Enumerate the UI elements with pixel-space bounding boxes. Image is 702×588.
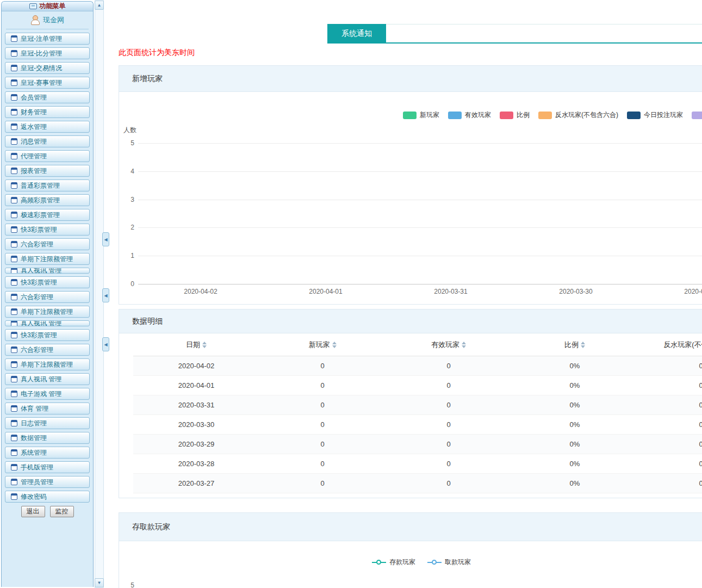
sidebar-item[interactable]: 报表管理: [5, 165, 90, 177]
sidebar-item[interactable]: 单期下注限额管理: [5, 306, 90, 318]
sidebar-item-label: 六合彩管理: [21, 240, 53, 249]
legend-item[interactable]: 比例: [500, 110, 530, 120]
sidebar-item-label: 消息管理: [21, 137, 47, 146]
gridline: [138, 256, 702, 256]
gridline: [138, 143, 702, 144]
y-tick-label: 0: [119, 280, 134, 288]
sidebar-item-label: 日志管理: [21, 419, 47, 428]
logout-button[interactable]: 退出: [21, 506, 45, 517]
sidebar-item-label: 六合彩管理: [21, 293, 53, 302]
y-tick-label: 1: [119, 252, 134, 259]
chart-y-axis-title: 人数: [123, 126, 136, 135]
sidebar-item[interactable]: 单期下注限额管理: [5, 358, 90, 370]
sidebar-item[interactable]: 电子游戏 管理: [5, 388, 90, 400]
sort-icon[interactable]: [462, 342, 466, 348]
menu-item-icon: [11, 212, 17, 218]
sidebar-item[interactable]: 高频彩票管理: [5, 194, 90, 206]
sidebar-item[interactable]: 六合彩管理: [5, 291, 90, 303]
sidebar-item[interactable]: 极速彩票管理: [5, 209, 90, 221]
monitor-button[interactable]: 监控: [50, 506, 74, 517]
gridline: [138, 171, 702, 172]
table-header-cell[interactable]: 反水玩家(不包含六合): [638, 340, 702, 350]
sidebar-item[interactable]: 真人视讯 管理: [5, 320, 90, 326]
table-header-label: 日期: [186, 340, 200, 350]
sidebar-item[interactable]: 财务管理: [5, 106, 90, 118]
sidebar-item[interactable]: 真人视讯 管理: [5, 373, 90, 385]
legend-label: 取款玩家: [445, 558, 471, 567]
table-cell: 2020-03-31: [133, 401, 259, 409]
table-header-cell[interactable]: 有效玩家: [386, 340, 512, 350]
table-header-cell[interactable]: 比例: [512, 340, 638, 350]
sidebar-item[interactable]: 代理管理: [5, 150, 90, 162]
menu-item-icon: [11, 153, 17, 159]
sidebar-item[interactable]: 返水管理: [5, 121, 90, 133]
sidebar-item[interactable]: 皇冠-比分管理: [5, 47, 90, 59]
sidebar-item[interactable]: 普通彩票管理: [5, 180, 90, 191]
legend-item[interactable]: 存款玩家: [372, 558, 415, 567]
sidebar-item[interactable]: 快3彩票管理: [5, 224, 90, 236]
scroll-up-arrow-icon[interactable]: ▲: [95, 1, 104, 10]
sidebar-item[interactable]: 皇冠-注单管理: [5, 33, 90, 45]
x-tick-label: 2020-03-31: [418, 288, 483, 295]
legend-item[interactable]: 新玩家: [403, 110, 439, 120]
legend-item[interactable]: 取款玩家: [427, 558, 471, 567]
sort-icon[interactable]: [332, 342, 337, 348]
legend-item[interactable]: 申: [692, 110, 702, 120]
legend-label: 存款玩家: [389, 558, 415, 567]
table-cell: 0%: [512, 381, 638, 389]
table-header-cell[interactable]: 日期: [133, 340, 259, 350]
sidebar-item-label: 极速彩票管理: [21, 211, 60, 220]
sidebar-item[interactable]: 手机版管理: [5, 461, 90, 473]
sort-icon[interactable]: [581, 342, 585, 348]
menu-item-icon: [11, 256, 17, 262]
sidebar-item[interactable]: 快3彩票管理: [5, 276, 90, 288]
sidebar-title: 功能菜单: [40, 2, 66, 11]
sidebar-item[interactable]: 数据管理: [5, 432, 90, 444]
menu-item-icon: [11, 65, 17, 71]
sort-down-arrow-icon: [581, 345, 585, 348]
sidebar-collapse-handle[interactable]: ◀: [102, 288, 109, 302]
legend-item[interactable]: 今日投注玩家: [627, 110, 683, 120]
sidebar-item[interactable]: 体育 管理: [5, 403, 90, 414]
menu-item-icon: [11, 79, 17, 86]
legend-label: 今日投注玩家: [644, 110, 683, 120]
table-header-cell[interactable]: 新玩家: [259, 340, 386, 350]
gridline: [138, 227, 702, 228]
legend-item[interactable]: 反水玩家(不包含六合): [538, 110, 618, 120]
table-header-label: 比例: [564, 340, 579, 350]
sidebar-item[interactable]: 真人视讯 管理: [5, 268, 90, 274]
panel-title: 存取款玩家: [119, 513, 702, 541]
sort-icon[interactable]: [202, 342, 207, 348]
sidebar-item[interactable]: 快3彩票管理: [5, 329, 90, 341]
sidebar-item[interactable]: 皇冠-交易情况: [5, 62, 90, 74]
sidebar-item[interactable]: 消息管理: [5, 135, 90, 147]
sidebar-item-label: 数据管理: [21, 434, 47, 443]
table-cell: 0: [259, 362, 386, 370]
sidebar-item-label: 代理管理: [21, 152, 47, 161]
sidebar-item[interactable]: 日志管理: [5, 417, 90, 429]
sidebar-item[interactable]: 会员管理: [5, 91, 90, 103]
user-label[interactable]: 现金网: [43, 15, 64, 25]
sidebar-collapse-handle[interactable]: ◀: [102, 232, 109, 246]
sidebar-item-label: 修改密码: [21, 492, 47, 502]
sidebar-item[interactable]: 六合彩管理: [5, 238, 90, 250]
sidebar-item-label: 高频彩票管理: [21, 196, 60, 205]
table-header-label: 反水玩家(不包含六合): [663, 340, 702, 350]
scroll-down-arrow-icon[interactable]: ▼: [95, 578, 104, 587]
menu-item-icon: [11, 308, 17, 315]
sidebar-collapse-handle[interactable]: ◀: [102, 337, 109, 351]
sidebar-item[interactable]: 单期下注限额管理: [5, 253, 90, 265]
x-tick-label: 2020-04-02: [168, 288, 233, 295]
legend-item[interactable]: 有效玩家: [448, 110, 491, 120]
table-cell: 0: [259, 381, 386, 389]
sidebar-item[interactable]: 修改密码: [5, 491, 90, 503]
user-avatar-icon: [30, 15, 39, 25]
sidebar-item[interactable]: 皇冠-赛事管理: [5, 77, 90, 89]
sort-up-arrow-icon: [462, 342, 466, 344]
sidebar-item[interactable]: 系统管理: [5, 447, 90, 459]
sidebar-item-label: 电子游戏 管理: [21, 389, 61, 399]
panel-new-players: 新增玩家 人数 5432102020-04-022020-04-012020-0…: [119, 65, 702, 305]
sidebar-item[interactable]: 管理员管理: [5, 476, 90, 488]
sidebar-item[interactable]: 六合彩管理: [5, 344, 90, 356]
tab-system-notice[interactable]: 系统通知: [327, 24, 386, 44]
